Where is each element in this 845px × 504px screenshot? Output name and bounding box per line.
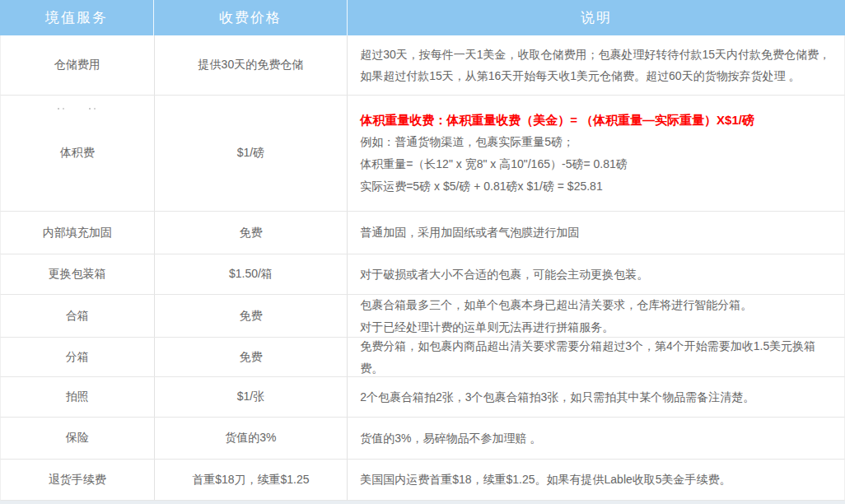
description-text: 免费分箱，如包裹内商品超出清关要求需要分箱超过3个，第4个开始需要加收1.5美元…	[360, 335, 833, 380]
header-col-service: 境值服务	[0, 0, 154, 35]
description-text: 体积重量=（长12" x 宽8" x 高10"/165）-5磅= 0.81磅	[360, 153, 833, 175]
service-cell: 体积费	[1, 96, 155, 211]
service-cell: 更换包装箱	[1, 254, 155, 294]
service-cell: 合箱	[1, 295, 155, 337]
description-text: 美国国内运费首重$18，续重$1.25。如果有提供Lable收取5美金手续费。	[360, 469, 833, 491]
price-cell: 首重$18刀，续重$1.25	[155, 460, 348, 500]
table-row-internal-padding: 内部填充加固 免费 普通加固，采用加固纸或者气泡膜进行加固	[0, 212, 845, 254]
description-text: 实际运费=5磅 x $5/磅 + 0.81磅x $1/磅 = $25.81	[360, 175, 833, 198]
description-cell: 免费分箱，如包裹内商品超出清关要求需要分箱超过3个，第4个开始需要加收1.5美元…	[348, 338, 844, 376]
service-cell: 保险	[1, 418, 155, 459]
service-text: 体积费	[60, 146, 95, 161]
price-cell: $1/张	[155, 377, 348, 417]
description-text: 例如：普通货物渠道，包裹实际重量5磅；	[360, 131, 833, 153]
description-cell: 2个包裹合箱拍2张，3个包裹合箱拍3张，如只需拍其中某个物品需备注清楚。	[348, 377, 844, 417]
price-cell: 免费	[155, 212, 348, 254]
service-cell: 分箱	[1, 338, 155, 376]
pricing-table: 境值服务 收费价格 说明 仓储费用 提供30天的免费仓储 超过30天，按每件一天…	[0, 0, 845, 504]
description-cell: 对于破损或者大小不合适的包裹，可能会主动更换包装。	[348, 254, 844, 294]
header-col-price: 收费价格	[154, 0, 348, 35]
service-cell: 退货手续费	[1, 460, 155, 500]
faint-print-artifact	[58, 108, 59, 110]
table-row-volume-fee: 体积费 $1/磅 体积重量收费：体积重量收费（美金）= （体积重量—实际重量）X…	[0, 96, 845, 212]
description-text: 2个包裹合箱拍2张，3个包裹合箱拍3张，如只需拍其中某个物品需备注清楚。	[360, 386, 833, 408]
price-cell: 提供30天的免费仓储	[155, 35, 348, 95]
table-row-box-replacement: 更换包装箱 $1.50/箱 对于破损或者大小不合适的包裹，可能会主动更换包装。	[0, 254, 845, 295]
description-text: 包裹合箱最多三个，如单个包裹本身已超出清关要求，仓库将进行智能分箱。	[360, 294, 833, 316]
description-text: 对于破损或者大小不合适的包裹，可能会主动更换包装。	[360, 264, 833, 286]
description-cell: 超过30天，按每件一天1美金，收取仓储费用；包裹处理好转待付款15天内付款免费仓…	[348, 35, 844, 95]
table-row-photo: 拍照 $1/张 2个包裹合箱拍2张，3个包裹合箱拍3张，如只需拍其中某个物品需备…	[0, 377, 845, 418]
description-text: 货值的3%，易碎物品不参加理赔 。	[360, 427, 833, 450]
price-cell: $1.50/箱	[155, 254, 348, 294]
description-text: 普通加固，采用加固纸或者气泡膜进行加固	[360, 222, 833, 244]
header-col-description: 说明	[348, 0, 845, 35]
description-cell: 普通加固，采用加固纸或者气泡膜进行加固	[348, 212, 844, 254]
price-cell: 免费	[155, 338, 348, 376]
table-row-combine-boxes: 合箱 免费 包裹合箱最多三个，如单个包裹本身已超出清关要求，仓库将进行智能分箱。…	[0, 295, 845, 338]
description-cell: 美国国内运费首重$18，续重$1.25。如果有提供Lable收取5美金手续费。	[348, 460, 844, 500]
description-cell: 包裹合箱最多三个，如单个包裹本身已超出清关要求，仓库将进行智能分箱。 对于已经处…	[348, 295, 844, 337]
service-cell: 仓储费用	[1, 35, 155, 95]
table-row-split-boxes: 分箱 免费 免费分箱，如包裹内商品超出清关要求需要分箱超过3个，第4个开始需要加…	[0, 338, 845, 377]
table-row-return-fee: 退货手续费 首重$18刀，续重$1.25 美国国内运费首重$18，续重$1.25…	[0, 460, 845, 501]
price-cell: $1/磅	[155, 96, 348, 211]
description-text: 超过30天，按每件一天1美金，收取仓储费用；包裹处理好转待付款15天内付款免费仓…	[360, 44, 833, 86]
table-row-storage-fee: 仓储费用 提供30天的免费仓储 超过30天，按每件一天1美金，收取仓储费用；包裹…	[0, 35, 845, 96]
description-cell: 体积重量收费：体积重量收费（美金）= （体积重量—实际重量）X$1/磅 例如：普…	[348, 96, 844, 211]
price-cell: 货值的3%	[155, 418, 348, 459]
price-cell: 免费	[155, 295, 348, 337]
table-header: 境值服务 收费价格 说明	[0, 0, 845, 35]
service-cell: 内部填充加固	[1, 212, 155, 254]
volume-fee-formula-highlight: 体积重量收费：体积重量收费（美金）= （体积重量—实际重量）X$1/磅	[360, 109, 833, 131]
bottom-strip	[0, 501, 845, 504]
service-cell: 拍照	[1, 377, 155, 417]
table-row-insurance: 保险 货值的3% 货值的3%，易碎物品不参加理赔 。	[0, 418, 845, 460]
description-cell: 货值的3%，易碎物品不参加理赔 。	[348, 418, 844, 459]
